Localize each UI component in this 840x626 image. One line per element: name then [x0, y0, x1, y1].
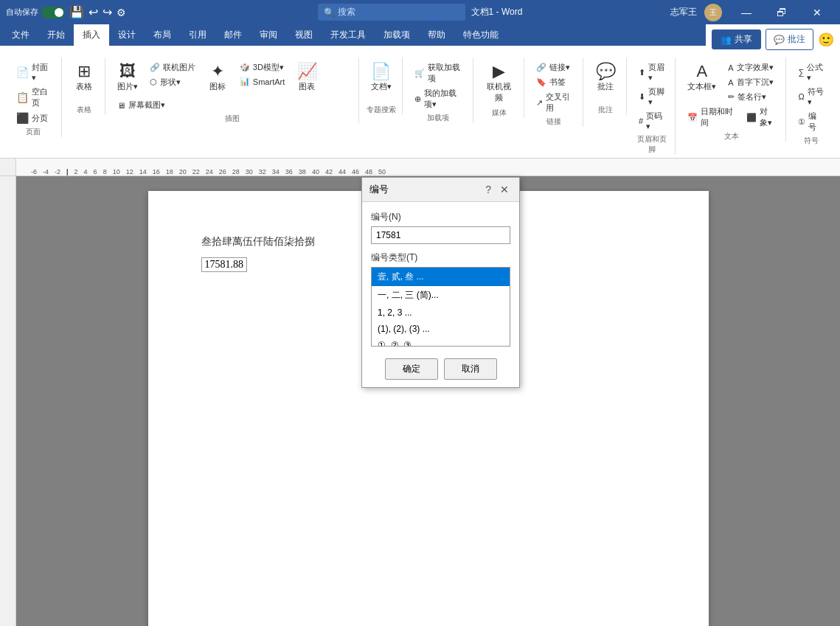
tab-home[interactable]: 开始 [38, 24, 74, 46]
tab-design[interactable]: 设计 [109, 24, 145, 46]
picture-icon: 🖼 [119, 63, 136, 80]
btn-screenshot[interactable]: 🖥屏幕截图▾ [113, 98, 170, 112]
btn-chart[interactable]: 📈 图表 [292, 60, 322, 95]
datetime-icon: 📅 [687, 113, 698, 122]
table-icon: ⊞ [77, 63, 91, 80]
listbox-item-0[interactable]: 壹, 贰, 叁 ... [372, 268, 510, 286]
object-icon: ⬛ [746, 113, 757, 122]
btn-bookmark[interactable]: 🔖书签 [532, 75, 570, 89]
tab-layout[interactable]: 布局 [145, 24, 180, 46]
btn-wordart[interactable]: A文字效果▾ [723, 60, 777, 74]
btn-doc-search[interactable]: 📄 文档▾ [367, 60, 396, 95]
btn-table[interactable]: ⊞ 表格 [69, 60, 99, 95]
new-comment-icon: 💬 [596, 63, 616, 80]
toggle-knob [55, 8, 63, 17]
tab-special[interactable]: 特色功能 [454, 24, 507, 46]
tab-help[interactable]: 帮助 [419, 24, 454, 46]
btn-footer[interactable]: ⬇页脚▾ [634, 85, 669, 108]
search-box[interactable]: 🔍 搜索 [318, 4, 465, 21]
ribbon-group-pages: 📄封面▾ 📋空白页 ⬛分页 页面 [6, 58, 62, 137]
smartart-icon: 📊 [240, 77, 250, 86]
btn-break[interactable]: ⬛分页 [12, 111, 52, 125]
tab-mailings[interactable]: 邮件 [215, 24, 251, 46]
restore-button[interactable]: 🗗 [765, 0, 799, 24]
btn-blank[interactable]: 📋空白页 [12, 85, 55, 110]
footer-icon: ⬇ [639, 92, 645, 102]
btn-datetime[interactable]: 📅日期和时间 [683, 105, 738, 130]
cover-icon: 📄 [16, 66, 29, 78]
dialog-ok-button[interactable]: 确定 [385, 358, 438, 380]
customize-icon[interactable]: ⚙ [117, 7, 126, 18]
save-icon[interactable]: 💾 [69, 5, 84, 19]
btn-number[interactable]: ①编号 [794, 109, 828, 134]
comment-icon: 💬 [774, 35, 785, 45]
btn-shapes[interactable]: ⬡形状▾ [145, 75, 200, 89]
tab-references[interactable]: 引用 [180, 24, 215, 46]
tab-developer[interactable]: 开发工具 [322, 24, 375, 46]
tab-view[interactable]: 视图 [286, 24, 322, 46]
titlebar-center: 🔍 搜索 文档1 - Word [318, 4, 523, 21]
symbol-icon: Ω [798, 92, 804, 101]
btn-3d[interactable]: 🎲3D模型▾ [235, 60, 289, 74]
break-icon: ⬛ [16, 112, 29, 124]
btn-online-video[interactable]: ▶ 联机视频 [481, 60, 518, 106]
listbox-item-1[interactable]: 一, 二, 三 (简)... [372, 286, 510, 305]
ribbon-content: 📄封面▾ 📋空白页 ⬛分页 页面 ⊞ 表格 表格 🖼 图片▾ [0, 55, 840, 158]
undo-icon[interactable]: ↩ [88, 5, 98, 19]
tab-file[interactable]: 文件 [3, 24, 38, 46]
user-avatar[interactable]: 王 [704, 4, 722, 21]
listbox-item-2[interactable]: 1, 2, 3 ... [372, 305, 510, 321]
comment-button[interactable]: 💬 批注 [766, 29, 813, 50]
btn-link[interactable]: 🔗链接▾ [532, 60, 575, 74]
redo-icon[interactable]: ↪ [103, 5, 112, 19]
btn-icons[interactable]: ✦ 图标 [203, 60, 232, 95]
close-button[interactable]: ✕ [800, 0, 834, 24]
type-select-label: 编号类型(T) [371, 251, 510, 264]
btn-picture[interactable]: 🖼 图片▾ [113, 60, 142, 95]
listbox-item-4[interactable]: ①, ②, ③ ... [372, 337, 510, 347]
btn-new-comment[interactable]: 💬 批注 [591, 60, 620, 95]
equation-icon: ∑ [798, 68, 804, 77]
my-addins-icon: ⊕ [414, 94, 421, 104]
btn-smartart[interactable]: 📊SmartArt [235, 75, 289, 88]
autosave-toggle[interactable] [41, 7, 65, 18]
btn-symbol[interactable]: Ω符号▾ [794, 85, 828, 108]
btn-equation[interactable]: ∑公式▾ [794, 60, 828, 84]
btn-cover[interactable]: 📄封面▾ [12, 60, 55, 84]
btn-pagenum[interactable]: #页码▾ [634, 109, 669, 133]
btn-signature[interactable]: ✏签名行▾ [723, 90, 777, 104]
btn-online-pic[interactable]: 🔗联机图片 [145, 60, 200, 74]
btn-crossref[interactable]: ↗交叉引用 [532, 90, 577, 115]
number-icon: ① [798, 117, 805, 127]
group-label-search: 专题搜索 [367, 105, 396, 115]
minimize-button[interactable]: — [729, 0, 763, 24]
dialog-help-button[interactable]: ? [481, 182, 496, 197]
smiley-icon[interactable]: 🙂 [818, 32, 834, 48]
ribbon: 文件 开始 插入 设计 布局 引用 邮件 审阅 视图 开发工具 加载项 帮助 特… [0, 24, 840, 159]
tab-review[interactable]: 审阅 [251, 24, 286, 46]
crossref-icon: ↗ [536, 98, 543, 108]
group-label-links: 链接 [546, 116, 561, 127]
titlebar: 自动保存 💾 ↩ ↪ ⚙ 🔍 搜索 文档1 - Word 志军王 王 — 🗗 ✕ [0, 0, 840, 24]
btn-my-addins[interactable]: ⊕我的加载项▾ [410, 86, 467, 111]
window-title: 文档1 - Word [471, 6, 523, 18]
ribbon-group-text: A 文本框▾ A文字效果▾ A首字下沉▾ ✏签名行▾ 📅日期和时间 ⬛对象▾ 文… [677, 58, 786, 142]
btn-get-addins[interactable]: 🛒获取加载项 [410, 60, 467, 86]
search-icon: 🔍 [324, 7, 335, 18]
number-input-label: 编号(N) [371, 211, 510, 223]
share-button[interactable]: 👥 共享 [712, 29, 761, 49]
btn-dropcap[interactable]: A首字下沉▾ [723, 75, 777, 89]
dialog-close-button[interactable]: ✕ [497, 182, 512, 197]
btn-header[interactable]: ⬆页眉▾ [634, 60, 669, 84]
wordart-icon: A [728, 63, 733, 72]
listbox-item-3[interactable]: (1), (2), (3) ... [372, 321, 510, 337]
btn-textbox[interactable]: A 文本框▾ [683, 60, 721, 104]
number-input[interactable] [371, 226, 510, 244]
type-listbox[interactable]: 壹, 贰, 叁 ... 一, 二, 三 (简)... 1, 2, 3 ... (… [371, 267, 510, 347]
dialog-buttons: 确定 取消 [362, 352, 519, 387]
tab-insert[interactable]: 插入 [74, 24, 109, 46]
group-label-headerfooter: 页眉和页脚 [634, 134, 669, 155]
btn-object[interactable]: ⬛对象▾ [742, 105, 780, 130]
tab-addins[interactable]: 加载项 [375, 24, 419, 46]
dialog-cancel-button[interactable]: 取消 [444, 358, 497, 380]
